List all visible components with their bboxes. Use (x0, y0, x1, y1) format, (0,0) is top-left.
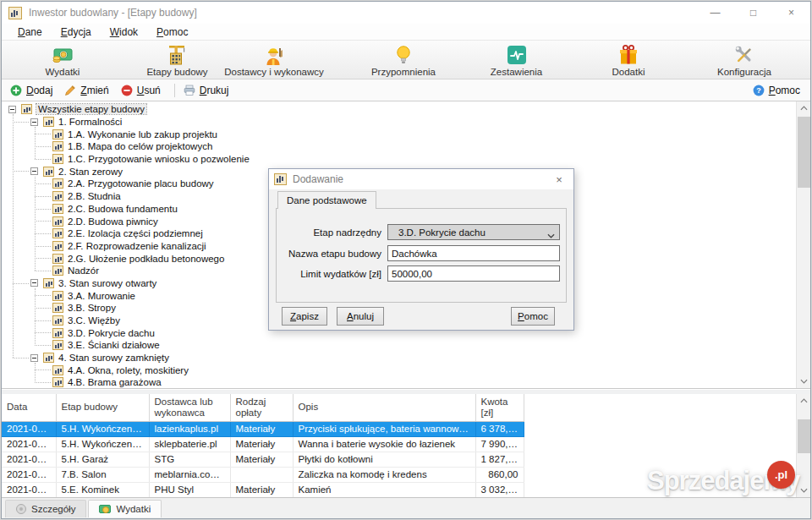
expense-limit-label: Limit wydatków [zł] (276, 269, 381, 279)
help-button[interactable]: ? Pomoc (753, 85, 800, 96)
gift-icon (617, 44, 639, 66)
svg-text:?: ? (756, 86, 761, 95)
maximize-button[interactable]: □ (734, 2, 772, 24)
stage-icon (52, 154, 63, 164)
collapse-minus-icon[interactable] (8, 106, 16, 113)
window-title: Inwestor budowlany - [Etapy budowy] (29, 7, 197, 19)
table-row[interactable]: 2021-04-075.E. KominekPHU StylMateriałyK… (2, 482, 524, 497)
title-bar: Inwestor budowlany - [Etapy budowy] — □ … (2, 2, 810, 24)
parent-stage-select[interactable]: 3.D. Pokrycie dachu (387, 224, 560, 240)
tree-item[interactable]: 1.A. Wykonanie lub zakup projektu (2, 128, 795, 140)
app-window: Inwestor budowlany - [Etapy budowy] — □ … (1, 1, 811, 519)
scroll-up-icon[interactable] (797, 394, 810, 408)
col-kwota[interactable]: Kwota [zł] (475, 394, 524, 421)
stage-icon (52, 340, 63, 350)
add-button[interactable]: Dodaj (10, 85, 52, 96)
stage-icon (52, 265, 63, 276)
parent-stage-label: Etap nadrzędny (276, 227, 381, 238)
col-dostawca[interactable]: Dostawca lub wykonawca (149, 394, 230, 421)
print-button[interactable]: Drukuj (184, 85, 229, 96)
stage-name-field-row: Nazwa etapu budowy (276, 245, 573, 261)
add-icon (10, 85, 22, 96)
scroll-down-icon[interactable] (797, 375, 810, 388)
table-scrollbar-thumb[interactable] (798, 419, 810, 453)
stage-icon (52, 377, 63, 387)
stage-name-label: Nazwa etapu budowy (276, 249, 381, 259)
cancel-button[interactable]: Anuluj (337, 307, 384, 326)
dialog-help-button[interactable]: Pomoc (511, 307, 555, 326)
dialog-close-icon[interactable]: × (545, 169, 573, 189)
collapse-minus-icon[interactable] (30, 279, 38, 287)
tree-item[interactable]: 1.C. Przygotowanie wniosku o pozwolenie (2, 153, 795, 166)
tree-item[interactable]: 3.E. Ścianki działowe (2, 339, 795, 352)
col-etap-budowy[interactable]: Etap budowy (56, 394, 149, 421)
tree-connector-line (35, 177, 36, 271)
bottom-tab-bar: Szczegóły Wydatki (2, 497, 810, 519)
tree-item[interactable]: Wszystkie etapy budowy (2, 103, 795, 116)
toolbar-separator (174, 84, 175, 97)
construction-worker-icon (263, 44, 285, 66)
stage-icon (52, 303, 63, 313)
tree-connector-line (35, 288, 36, 346)
table-row[interactable]: 2021-04-077.B. Salonmeblarnia.com.plZali… (2, 467, 524, 482)
col-opis[interactable]: Opis (293, 394, 475, 421)
minimize-button[interactable]: — (696, 2, 734, 24)
col-rodzaj-oplaty[interactable]: Rodzaj opłaty (230, 394, 293, 421)
toolbar-konfiguracja[interactable]: Konfiguracja (707, 43, 782, 77)
tree-scrollbar[interactable] (796, 101, 810, 388)
stage-icon (43, 278, 54, 288)
tab-wydatki[interactable]: Wydatki (88, 500, 162, 517)
toolbar-przypomnienia[interactable]: Przypomnienia (357, 43, 450, 77)
col-data[interactable]: Data (2, 394, 56, 421)
delete-button[interactable]: Usuń (121, 85, 161, 96)
tree-connector-line (13, 114, 14, 358)
scroll-up-icon[interactable] (797, 101, 810, 115)
collapse-minus-icon[interactable] (30, 167, 38, 175)
printer-icon (184, 85, 195, 96)
stage-icon (43, 117, 54, 127)
collapse-minus-icon[interactable] (30, 354, 38, 362)
expense-limit-input[interactable] (387, 265, 560, 282)
edit-button[interactable]: Zmień (64, 85, 108, 96)
collapse-minus-icon[interactable] (30, 118, 38, 126)
toolbar-etapy-budowy[interactable]: Etapy budowy (133, 43, 222, 77)
toolbar-dodatki[interactable]: Dodatki (594, 43, 663, 77)
stage-icon (43, 167, 54, 177)
scroll-down-icon[interactable] (797, 484, 810, 497)
tree-item[interactable]: 4.B. Brama garażowa (2, 376, 795, 389)
tree-item[interactable]: 4.A. Okna, rolety, moskitiery (2, 364, 795, 376)
stage-icon (52, 315, 63, 326)
tree-scrollbar-thumb[interactable] (798, 117, 810, 188)
tree-item[interactable]: 4. Stan surowy zamknięty (2, 352, 795, 364)
stage-icon (52, 178, 63, 189)
stage-name-input[interactable] (387, 245, 560, 261)
dialog-title: Dodawanie (293, 173, 343, 185)
tab-dane-podstawowe[interactable]: Dane podstawowe (277, 191, 376, 209)
tree-connector-line (35, 363, 36, 383)
dodawanie-dialog: Dodawanie × Dane podstawowe Etap nadrzęd… (268, 168, 574, 331)
menu-widok[interactable]: Widok (102, 25, 145, 40)
dialog-icon (274, 173, 287, 185)
table-row[interactable]: 2021-04-135.H. Wykończenie ku...sklepbat… (2, 436, 524, 452)
table-row[interactable]: 2021-04-135.H. Wykończenie ku...lazienka… (2, 421, 524, 436)
stage-icon (52, 365, 63, 375)
toolbar-wydatki[interactable]: Wydatki (27, 43, 98, 77)
dialog-title-bar[interactable]: Dodawanie × (269, 169, 573, 189)
tab-szczegoly[interactable]: Szczegóły (5, 500, 86, 517)
stage-icon (52, 216, 63, 227)
save-button[interactable]: Zapisz (282, 307, 327, 326)
menu-dane[interactable]: Dane (10, 25, 50, 40)
tree-item[interactable]: 1. Formalności (2, 116, 795, 129)
table-scrollbar[interactable] (796, 394, 810, 497)
menu-edycja[interactable]: Edycja (53, 25, 99, 40)
toolbar-dostawcy[interactable]: Dostawcy i wykonawcy (216, 43, 332, 77)
menu-pomoc[interactable]: Pomoc (149, 25, 195, 40)
tree-item[interactable]: 1.B. Mapa do celów projektowych (2, 140, 795, 153)
stage-icon (52, 129, 63, 140)
table-row[interactable]: 2021-04-105.H. GarażSTGMateriałyPłytki d… (2, 452, 524, 467)
close-button[interactable]: × (772, 2, 810, 24)
toolbar-zestawienia[interactable]: Zestawienia (472, 43, 561, 77)
expense-limit-field-row: Limit wydatków [zł] (276, 265, 573, 282)
tools-icon (733, 44, 755, 66)
parent-stage-field-row: Etap nadrzędny 3.D. Pokrycie dachu (276, 224, 573, 240)
